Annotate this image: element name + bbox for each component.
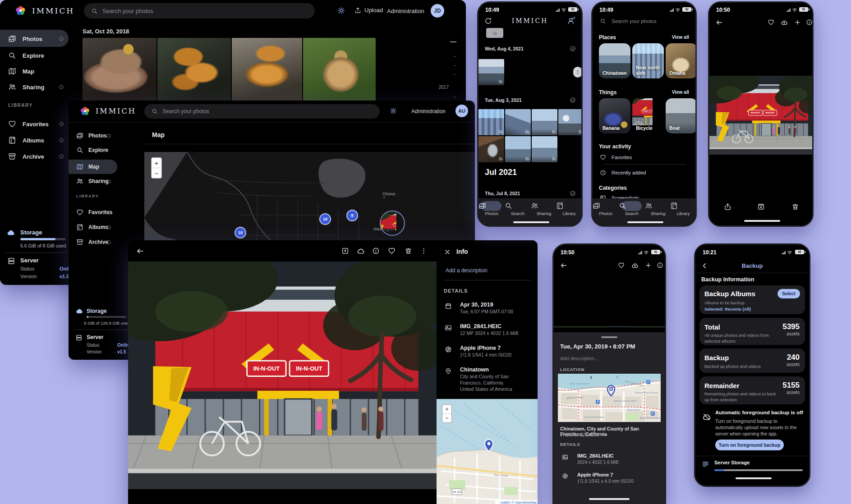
home-indicator[interactable] xyxy=(744,220,780,222)
share-icon[interactable] xyxy=(724,203,731,211)
administration-link[interactable]: Administration xyxy=(387,8,424,14)
photo-thumbnail[interactable] xyxy=(505,136,531,162)
back-icon[interactable] xyxy=(716,19,723,26)
thing-card-banana[interactable]: Banana xyxy=(599,98,630,133)
search-input[interactable]: Search your photos xyxy=(84,3,315,18)
close-icon[interactable] xyxy=(444,248,451,256)
add-icon[interactable] xyxy=(794,19,801,26)
photo-top-strip[interactable] xyxy=(554,326,665,332)
photo-thumbnail[interactable] xyxy=(505,109,531,135)
cloud-upload-icon[interactable] xyxy=(631,262,639,269)
map-zoom-out-button[interactable]: − xyxy=(442,414,451,422)
archive-add-icon[interactable] xyxy=(757,203,765,211)
sidebar-item-photos[interactable]: Photos xyxy=(76,132,107,139)
places-view-all[interactable]: View all xyxy=(672,34,689,40)
select-albums-button[interactable]: Select xyxy=(777,289,800,298)
nav-tab-search[interactable]: Search xyxy=(505,202,531,216)
check-circle-icon[interactable] xyxy=(570,190,576,197)
location-map[interactable] xyxy=(558,374,661,422)
sidebar-item-map[interactable]: Map xyxy=(76,163,99,170)
user-avatar[interactable]: AU xyxy=(455,105,468,117)
activity-favorites[interactable]: Favorites xyxy=(600,154,632,160)
thing-card-boat[interactable]: Boat xyxy=(666,98,697,133)
viewer-photo[interactable] xyxy=(709,76,812,155)
trash-icon[interactable] xyxy=(791,203,799,211)
map-zoom-out-button[interactable]: − xyxy=(152,168,161,178)
cloud-upload-icon[interactable] xyxy=(781,19,788,26)
app-logo[interactable]: IMMICH xyxy=(79,105,136,117)
download-icon[interactable] xyxy=(341,247,349,255)
sidebar-item-archive[interactable]: Archive xyxy=(76,238,108,246)
user-avatar[interactable]: JD xyxy=(431,4,444,18)
info-icon[interactable] xyxy=(372,247,380,255)
photo-thumbnail[interactable] xyxy=(532,136,557,162)
check-circle-icon[interactable] xyxy=(570,97,576,103)
sidebar-item-sharing[interactable]: Sharing xyxy=(8,83,44,91)
nav-tab-search[interactable]: Search xyxy=(619,202,645,216)
theme-toggle-icon[interactable] xyxy=(390,107,397,115)
upload-button[interactable]: Upload xyxy=(354,7,383,14)
nav-tab-sharing[interactable]: Sharing xyxy=(531,202,557,216)
photo-thumbnail[interactable] xyxy=(157,38,231,101)
place-card-omaha[interactable]: Omaha xyxy=(666,43,697,78)
location-map[interactable]: + − xyxy=(437,399,538,504)
description-input[interactable]: Add a description xyxy=(446,267,488,274)
activity-recently-added[interactable]: Recently added xyxy=(600,170,646,176)
photo-thumbnail[interactable] xyxy=(558,109,583,135)
back-icon[interactable] xyxy=(136,247,144,255)
theme-toggle-icon[interactable] xyxy=(337,7,345,14)
sidebar-item-archive[interactable]: Archive xyxy=(8,152,44,160)
info-icon[interactable] xyxy=(806,19,813,26)
scrubber-handle[interactable] xyxy=(573,67,582,78)
nav-tab-sharing[interactable]: Sharing xyxy=(645,202,671,216)
sidebar-item-albums[interactable]: Albums xyxy=(76,224,108,231)
trash-icon[interactable] xyxy=(405,247,412,255)
nav-tab-photos[interactable]: Photos xyxy=(593,202,619,216)
photo-thumbnail[interactable] xyxy=(478,109,504,135)
favorite-heart-icon[interactable] xyxy=(388,247,396,255)
sidebar-item-explore[interactable]: Explore xyxy=(8,51,44,60)
nav-tab-library[interactable]: Library xyxy=(670,202,696,216)
sidebar-item-map[interactable]: Map xyxy=(8,67,34,75)
kebab-menu-icon[interactable] xyxy=(420,247,428,255)
home-indicator[interactable] xyxy=(513,221,549,223)
sidebar-item-explore[interactable]: Explore xyxy=(76,147,108,154)
sidebar-item-albums[interactable]: Albums xyxy=(8,136,44,144)
sidebar-item-photos[interactable]: Photos xyxy=(8,35,42,43)
map-zoom-in-button[interactable]: + xyxy=(152,158,161,168)
photo-thumbnail[interactable] xyxy=(486,28,503,38)
thing-card-bicycle[interactable]: Bicycle xyxy=(632,98,664,133)
search-input[interactable]: Search your photos xyxy=(144,104,380,119)
description-input[interactable]: Add description... xyxy=(560,356,598,361)
cloud-icon[interactable] xyxy=(357,247,365,255)
map-zoom-in-button[interactable]: + xyxy=(442,405,451,414)
sidebar-item-favorites[interactable]: Favorites xyxy=(8,120,49,128)
map-photo-marker[interactable] xyxy=(380,211,405,236)
map-cluster-marker[interactable]: 10 xyxy=(319,213,331,225)
home-indicator[interactable] xyxy=(589,498,630,500)
photo-thumbnail[interactable] xyxy=(532,109,557,135)
info-icon[interactable] xyxy=(657,262,663,269)
back-icon[interactable] xyxy=(560,262,567,269)
app-logo[interactable]: IMMICH xyxy=(14,5,74,17)
photo-thumbnail[interactable] xyxy=(478,136,504,162)
administration-link[interactable]: Administration xyxy=(411,108,446,115)
viewer-photo[interactable] xyxy=(128,261,437,489)
add-icon[interactable] xyxy=(645,262,652,269)
nav-tab-library[interactable]: Library xyxy=(556,202,582,216)
photo-thumbnail[interactable] xyxy=(232,38,302,101)
home-indicator[interactable] xyxy=(627,221,663,223)
home-indicator[interactable] xyxy=(736,477,772,479)
map-cluster-marker[interactable]: 8 xyxy=(346,210,358,221)
photo-thumbnail[interactable] xyxy=(303,38,376,101)
search-input[interactable]: Search your photos xyxy=(600,18,657,24)
turn-on-foreground-backup-button[interactable]: Turn on foreground backup xyxy=(715,440,784,450)
photo-thumbnail[interactable] xyxy=(83,38,156,101)
profile-avatar-icon[interactable] xyxy=(567,16,575,25)
map-cluster-marker[interactable]: 10 xyxy=(235,227,246,238)
favorite-heart-icon[interactable] xyxy=(618,262,625,269)
place-card-chinatown[interactable]: Chinatown xyxy=(599,43,630,78)
things-view-all[interactable]: View all xyxy=(672,89,689,95)
favorite-heart-icon[interactable] xyxy=(768,19,774,26)
place-card-near-north-side[interactable]: Near north side xyxy=(632,43,664,78)
